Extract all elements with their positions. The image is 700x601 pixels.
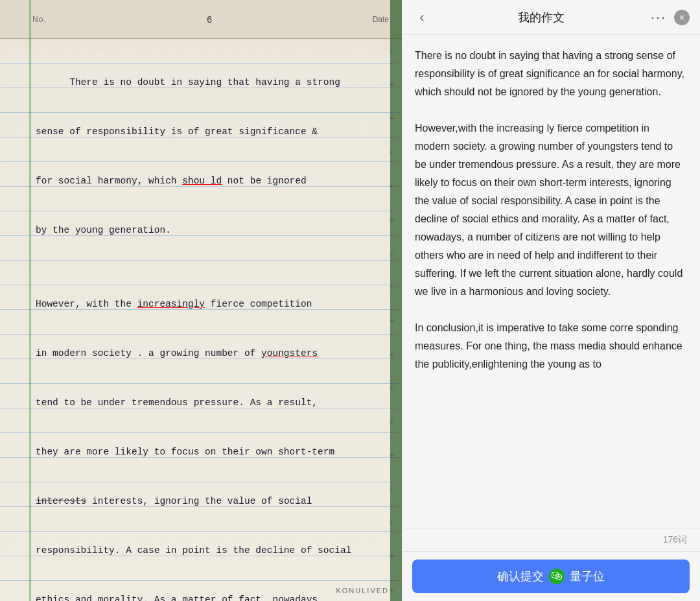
watermark: KONULIVED [336, 587, 389, 595]
back-button[interactable]: ‹ [412, 9, 432, 26]
word-count: 176词 [402, 528, 700, 551]
transcription-content: There is no doubt in saying that having … [402, 35, 700, 528]
notebook-background: No. 6 Date + + + + + + + + + + + + + + +… [0, 0, 402, 601]
wechat-panel: ‹ 我的作文 ··· × There is no doubt in saying… [402, 0, 700, 601]
date-label: Date [373, 15, 389, 24]
header-actions: ··· × [651, 9, 690, 26]
notebook-panel: No. 6 Date + + + + + + + + + + + + + + +… [0, 0, 402, 601]
margin-line [29, 0, 31, 601]
notebook-header: No. 6 Date [0, 0, 402, 39]
svg-point-5 [559, 576, 561, 578]
submit-label: 确认提交 [497, 569, 544, 584]
close-button[interactable]: × [674, 10, 690, 25]
wechat-label: 量子位 [570, 569, 605, 584]
green-spine [390, 0, 402, 601]
submit-button[interactable]: 确认提交 量子位 [412, 560, 690, 593]
no-label: No. [32, 15, 47, 24]
svg-point-4 [557, 576, 559, 578]
close-icon: × [679, 12, 684, 23]
wechat-logo [549, 569, 565, 584]
page-number: 6 [207, 14, 212, 25]
underline-youngsters: youngsters [261, 348, 318, 359]
underline-increasingly: increasingly [137, 299, 205, 309]
panel-footer: 确认提交 量子位 [402, 551, 700, 601]
panel-title: 我的作文 [518, 10, 565, 25]
more-options-button[interactable]: ··· [651, 9, 666, 26]
paragraph-1: There is no doubt in saying that having … [36, 77, 363, 601]
svg-point-1 [554, 574, 555, 576]
strikethrough-text: interests [36, 496, 86, 506]
handwritten-content: There is no doubt in saying that having … [36, 45, 382, 601]
transcribed-text: There is no doubt in saying that having … [415, 47, 687, 373]
panel-header: ‹ 我的作文 ··· × [402, 0, 700, 35]
underline-should: shou ld [182, 176, 222, 186]
